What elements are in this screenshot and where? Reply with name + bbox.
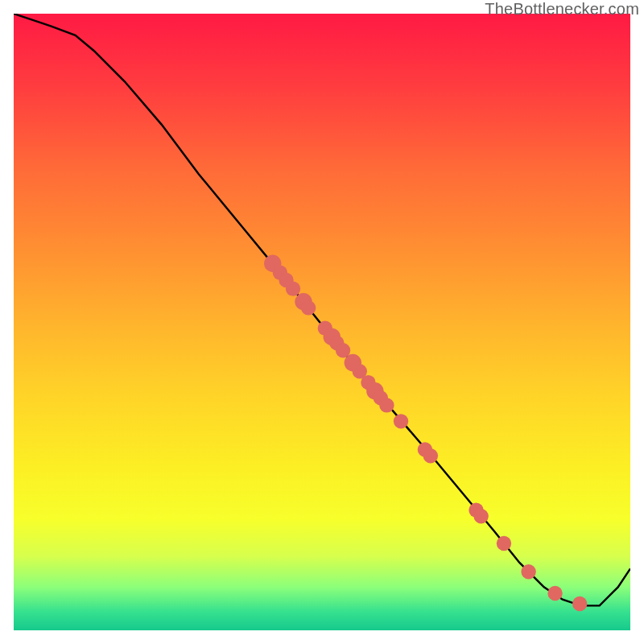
bottleneck-curve — [14, 14, 630, 605]
scatter-point — [473, 509, 488, 523]
scatter-point — [521, 564, 535, 579]
scatter-point — [286, 281, 300, 295]
scatter-point — [572, 597, 587, 611]
scatter-point — [497, 536, 511, 551]
scatter-series — [264, 255, 587, 612]
chart-svg — [14, 14, 630, 630]
scatter-point — [301, 300, 316, 315]
plot-area — [14, 14, 630, 630]
curve-series — [14, 14, 630, 605]
chart-stage: TheBottlenecker.com — [0, 0, 644, 644]
attribution-text: TheBottlenecker.com — [485, 0, 639, 19]
scatter-point — [394, 414, 408, 428]
scatter-point — [379, 398, 394, 412]
scatter-point — [423, 448, 438, 463]
scatter-point — [547, 586, 562, 601]
